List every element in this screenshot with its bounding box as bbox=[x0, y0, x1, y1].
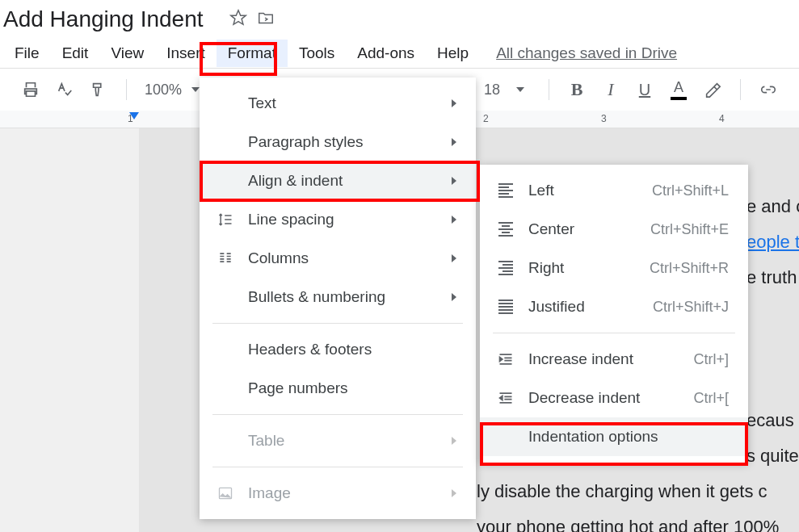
separator bbox=[212, 323, 463, 324]
image-icon bbox=[216, 485, 235, 501]
font-size-select[interactable]: 18 bbox=[481, 82, 528, 98]
body-text: eople t bbox=[746, 232, 799, 253]
ruler-number: 4 bbox=[719, 113, 725, 124]
format-headers-footers-item[interactable]: Headers & footers bbox=[200, 330, 476, 369]
menu-label: Indentation options bbox=[528, 428, 729, 446]
menu-label: Decrease indent bbox=[528, 389, 656, 407]
align-indent-submenu: Left Ctrl+Shift+L Center Ctrl+Shift+E Ri… bbox=[480, 165, 748, 463]
body-text: your phone getting hot and after 100% bbox=[477, 517, 779, 532]
menu-label: Bullets & numbering bbox=[248, 288, 439, 306]
font-size-value: 18 bbox=[484, 82, 500, 98]
menu-addons[interactable]: Add-ons bbox=[346, 40, 426, 67]
chevron-right-icon bbox=[452, 437, 456, 445]
chevron-down-icon bbox=[191, 87, 200, 92]
zoom-value: 100% bbox=[145, 82, 182, 98]
move-folder-icon[interactable] bbox=[257, 9, 275, 30]
shortcut: Ctrl+] bbox=[693, 351, 729, 368]
text-color-button[interactable]: A bbox=[666, 77, 692, 103]
align-justified-item[interactable]: Justified Ctrl+Shift+J bbox=[480, 287, 748, 326]
color-swatch bbox=[671, 97, 687, 100]
format-image-item: Image bbox=[200, 474, 476, 513]
text-color-letter: A bbox=[674, 79, 683, 96]
shortcut: Ctrl+Shift+J bbox=[653, 299, 729, 316]
format-bullets-item[interactable]: Bullets & numbering bbox=[200, 278, 476, 316]
chevron-right-icon bbox=[452, 254, 456, 262]
align-left-icon bbox=[496, 183, 515, 198]
format-paragraph-styles-item[interactable]: Paragraph styles bbox=[200, 123, 476, 161]
shortcut: Ctrl+Shift+R bbox=[650, 260, 729, 277]
align-left-item[interactable]: Left Ctrl+Shift+L bbox=[480, 171, 748, 210]
menu-tools[interactable]: Tools bbox=[288, 40, 346, 67]
shortcut: Ctrl+Shift+L bbox=[652, 182, 729, 199]
separator bbox=[212, 414, 463, 415]
align-center-item[interactable]: Center Ctrl+Shift+E bbox=[480, 210, 748, 249]
menu-label: Columns bbox=[248, 249, 439, 267]
menu-label: Justified bbox=[528, 298, 616, 316]
italic-button[interactable]: I bbox=[598, 77, 624, 103]
decrease-indent-item[interactable]: Decrease indent Ctrl+[ bbox=[480, 379, 748, 417]
align-center-icon bbox=[496, 222, 515, 237]
bold-button[interactable]: B bbox=[564, 77, 590, 103]
menu-format[interactable]: Format bbox=[217, 40, 288, 67]
divider bbox=[126, 79, 127, 100]
menu-label: Headers & footers bbox=[248, 341, 456, 358]
menu-label: Paragraph styles bbox=[248, 133, 439, 151]
align-justified-icon bbox=[496, 300, 515, 314]
document-title[interactable]: Add Hanging Indent bbox=[3, 6, 204, 32]
format-text-item[interactable]: Text bbox=[200, 84, 476, 123]
menu-label: Text bbox=[248, 94, 439, 112]
print-icon[interactable] bbox=[18, 77, 44, 103]
menu-view[interactable]: View bbox=[99, 40, 155, 67]
menu-label: Right bbox=[528, 259, 612, 277]
increase-indent-icon bbox=[496, 351, 515, 367]
menubar: File Edit View Insert Format Tools Add-o… bbox=[0, 39, 799, 68]
indentation-options-item[interactable]: Indentation options bbox=[480, 417, 748, 456]
align-right-icon bbox=[496, 261, 515, 275]
format-align-indent-item[interactable]: Align & indent bbox=[200, 161, 476, 200]
underline-button[interactable]: U bbox=[632, 77, 658, 103]
format-table-item: Table bbox=[200, 421, 476, 460]
body-text: ly disable the charging when it gets c bbox=[477, 481, 767, 502]
separator bbox=[212, 467, 463, 467]
menu-label: Table bbox=[248, 432, 439, 450]
format-line-spacing-item[interactable]: Line spacing bbox=[200, 200, 476, 239]
star-icon[interactable] bbox=[229, 9, 247, 30]
format-columns-item[interactable]: Columns bbox=[200, 239, 476, 278]
menu-label: Line spacing bbox=[248, 211, 439, 228]
decrease-indent-icon bbox=[496, 390, 515, 406]
body-text: ecaus bbox=[746, 410, 794, 431]
shortcut: Ctrl+[ bbox=[693, 390, 729, 407]
ruler-number: 2 bbox=[483, 113, 489, 124]
chevron-right-icon bbox=[452, 293, 456, 301]
format-page-numbers-item[interactable]: Page numbers bbox=[200, 369, 476, 408]
paint-format-icon[interactable] bbox=[86, 77, 111, 103]
chevron-right-icon bbox=[452, 489, 456, 497]
indent-marker[interactable] bbox=[129, 112, 139, 119]
align-right-item[interactable]: Right Ctrl+Shift+R bbox=[480, 249, 748, 287]
chevron-right-icon bbox=[452, 177, 456, 185]
body-text: e truth bbox=[746, 267, 797, 288]
increase-indent-item[interactable]: Increase indent Ctrl+] bbox=[480, 340, 748, 379]
menu-file[interactable]: File bbox=[3, 40, 51, 67]
ruler-number: 3 bbox=[601, 113, 607, 124]
divider bbox=[740, 79, 741, 100]
menu-help[interactable]: Help bbox=[426, 40, 480, 67]
chevron-right-icon bbox=[452, 99, 456, 107]
svg-marker-0 bbox=[230, 10, 245, 24]
chevron-right-icon bbox=[452, 216, 456, 224]
menu-edit[interactable]: Edit bbox=[51, 40, 100, 67]
zoom-select[interactable]: 100% bbox=[141, 82, 203, 98]
columns-icon bbox=[216, 250, 235, 266]
menu-insert[interactable]: Insert bbox=[155, 40, 217, 67]
line-spacing-icon bbox=[216, 212, 235, 228]
divider bbox=[549, 79, 549, 100]
menu-label: Left bbox=[528, 182, 615, 199]
menu-label: Page numbers bbox=[248, 379, 456, 397]
save-status[interactable]: All changes saved in Drive bbox=[496, 44, 677, 62]
spellcheck-icon[interactable] bbox=[52, 77, 78, 103]
menu-label: Center bbox=[528, 220, 613, 238]
highlight-button[interactable] bbox=[700, 77, 725, 103]
body-text: s quite bbox=[746, 446, 799, 467]
insert-link-icon[interactable] bbox=[755, 77, 781, 103]
chevron-right-icon bbox=[452, 138, 456, 146]
